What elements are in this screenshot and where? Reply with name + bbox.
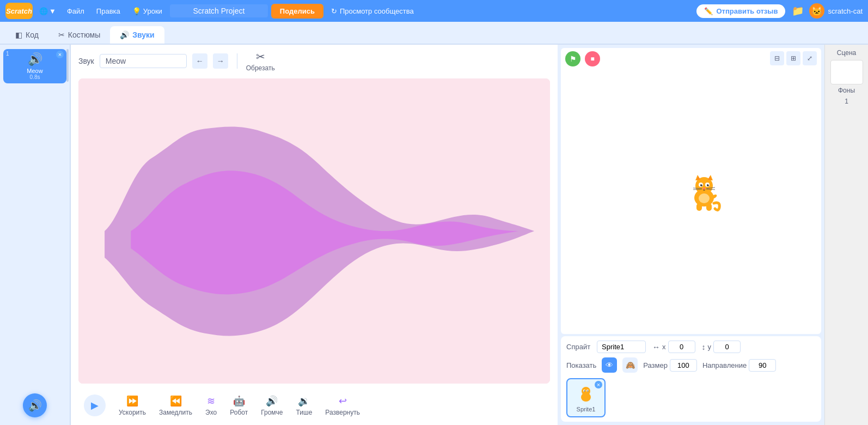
- hide-button[interactable]: 🙈: [622, 357, 638, 373]
- tabs-bar: ◧ Код ✂ Костюмы 🔊 Звуки: [0, 22, 868, 45]
- feedback-button[interactable]: ✏️ Отправить отзыв: [695, 3, 786, 19]
- svg-point-13: [703, 187, 705, 189]
- louder-icon: 🔊: [266, 395, 278, 407]
- x-coord-group: ↔ x: [652, 341, 695, 353]
- trim-label: Обрезать: [246, 64, 275, 72]
- y-label: y: [708, 343, 712, 351]
- sounds-tab-icon: 🔊: [120, 31, 129, 39]
- folder-icon[interactable]: 📁: [790, 3, 806, 19]
- echo-icon: ≋: [207, 395, 215, 407]
- play-button[interactable]: ▶: [84, 394, 106, 416]
- faster-label: Ускорить: [119, 409, 146, 416]
- reverse-icon: ↩: [339, 395, 347, 407]
- top-navigation: Scratch 🌐 ▼ Файл Правка 💡 Уроки Поделись…: [0, 0, 868, 22]
- avatar[interactable]: 🐱: [809, 3, 824, 19]
- lessons-icon: 💡: [132, 7, 141, 15]
- effect-robot[interactable]: 🤖 Робот: [230, 395, 248, 416]
- community-button[interactable]: ↻ Просмотр сообщества: [327, 5, 418, 17]
- globe-arrow: ▼: [49, 7, 56, 15]
- scissors-icon: ✂: [256, 50, 265, 63]
- stage-fullscreen-button[interactable]: ⤢: [803, 51, 817, 65]
- sound-item-number: 1: [6, 51, 9, 57]
- svg-point-12: [708, 184, 709, 185]
- project-title-input[interactable]: [170, 4, 268, 17]
- trim-button[interactable]: ✂ Обрезать: [246, 50, 275, 72]
- effect-louder[interactable]: 🔊 Громче: [261, 395, 283, 416]
- stop-button[interactable]: ■: [585, 51, 600, 66]
- effect-faster[interactable]: ⏩ Ускорить: [119, 395, 146, 416]
- x-input[interactable]: [668, 341, 695, 353]
- svg-point-11: [701, 184, 702, 185]
- username-label[interactable]: scratch-cat: [828, 7, 863, 15]
- playback-controls: ▶ ⏩ Ускорить ⏪ Замедлить ≋ Эхо 🤖 Робот 🔊…: [78, 391, 550, 420]
- scratch-logo[interactable]: Scratch: [5, 3, 33, 19]
- backdrops-label: Фоны: [838, 87, 855, 94]
- sound-item-close[interactable]: ×: [56, 51, 64, 58]
- show-button[interactable]: 👁: [602, 357, 617, 373]
- effect-softer[interactable]: 🔉 Тише: [296, 395, 313, 416]
- sound-item-name: Meow: [7, 68, 63, 74]
- backdrops-count: 1: [845, 98, 848, 105]
- tab-code[interactable]: ◧ Код: [5, 26, 48, 44]
- stage-medium-button[interactable]: ⊞: [786, 51, 800, 65]
- scene-panel: Сцена Фоны 1: [824, 45, 868, 425]
- waveform-container[interactable]: [78, 78, 550, 384]
- prev-button[interactable]: ←: [192, 53, 207, 69]
- sound-list-panel: 1 × 🔊 Meow 0.8s 🔊: [0, 45, 71, 425]
- flag-icon: ⚑: [570, 54, 577, 63]
- slower-icon: ⏪: [170, 395, 182, 407]
- sound-name-input[interactable]: [100, 54, 187, 68]
- green-flag-button[interactable]: ⚑: [565, 51, 580, 66]
- next-button[interactable]: →: [213, 53, 228, 69]
- y-input[interactable]: [713, 341, 741, 353]
- svg-point-26: [584, 391, 585, 392]
- show-label: Показать: [566, 361, 596, 369]
- sprite-thumb-name: Sprite1: [577, 406, 596, 412]
- pencil-icon: ✏️: [704, 7, 713, 15]
- tab-costumes[interactable]: ✂ Костюмы: [48, 26, 110, 44]
- play-icon: ▶: [91, 399, 99, 411]
- direction-input[interactable]: [749, 359, 776, 372]
- effect-reverse[interactable]: ↩ Развернуть: [325, 395, 360, 416]
- y-coord-group: ↕ y: [702, 341, 741, 353]
- share-button[interactable]: Поделись: [271, 4, 323, 19]
- sound-editor: Звук ← → ✂ Обрезать ▶: [71, 45, 558, 425]
- stage-small-button[interactable]: ⊟: [770, 51, 784, 65]
- separator: [237, 53, 237, 69]
- effect-slower[interactable]: ⏪ Замедлить: [159, 395, 192, 416]
- menu-edit[interactable]: Правка: [92, 5, 125, 17]
- stage-view-buttons: ⊟ ⊞ ⤢: [770, 51, 817, 65]
- eye-closed-icon: 🙈: [626, 361, 635, 369]
- add-sound-button[interactable]: 🔊: [23, 393, 47, 417]
- sprite-name-input[interactable]: [597, 341, 646, 353]
- sprite-thumb[interactable]: × Sprite1: [566, 378, 606, 417]
- x-arrow-icon: ↔: [652, 343, 660, 351]
- louder-label: Громче: [261, 409, 283, 416]
- menu-file[interactable]: Файл: [63, 5, 89, 17]
- scene-thumbnail[interactable]: [830, 60, 863, 84]
- effect-echo[interactable]: ≋ Эхо: [205, 395, 217, 416]
- reverse-label: Развернуть: [325, 409, 360, 416]
- stage-area[interactable]: ⚑ ■ ⊟ ⊞ ⤢: [561, 48, 821, 334]
- sound-item[interactable]: 1 × 🔊 Meow 0.8s: [3, 49, 66, 83]
- softer-label: Тише: [296, 409, 313, 416]
- sound-item-duration: 0.8s: [7, 74, 63, 80]
- community-icon: ↻: [331, 7, 337, 15]
- slower-label: Замедлить: [159, 409, 192, 416]
- language-selector[interactable]: 🌐 ▼: [36, 5, 59, 17]
- direction-group: Направление: [702, 359, 776, 372]
- sprite-panel-header: Спрайт ↔ x ↕ y: [566, 341, 816, 353]
- size-input[interactable]: [670, 359, 697, 372]
- sprite-thumb-close[interactable]: ×: [595, 381, 602, 388]
- eye-open-icon: 👁: [606, 361, 613, 369]
- sprite-label: Спрайт: [566, 343, 590, 351]
- tab-sounds[interactable]: 🔊 Звуки: [110, 26, 164, 44]
- menu-lessons[interactable]: 💡 Уроки: [128, 5, 167, 17]
- sprite-thumb-image: [575, 383, 597, 405]
- sound-label: Звук: [78, 57, 94, 65]
- sprite-panel-row2: Показать 👁 🙈 Размер Направление: [566, 357, 816, 373]
- scrollbar[interactable]: [66, 49, 69, 82]
- size-group: Размер: [643, 359, 697, 372]
- right-panel: ⚑ ■ ⊟ ⊞ ⤢: [558, 45, 824, 425]
- svg-rect-19: [706, 203, 712, 211]
